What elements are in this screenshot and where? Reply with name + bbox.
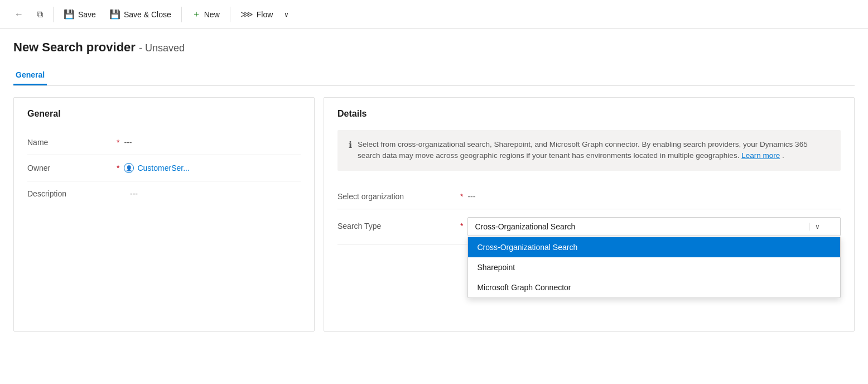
open-window-icon: ⧉ [37, 9, 43, 20]
search-type-dropdown-wrapper: Cross-Organizational Search ∨ Cross-Orga… [467, 217, 841, 236]
flow-label: Flow [257, 10, 273, 19]
search-type-dropdown[interactable]: Cross-Organizational Search ∨ [467, 217, 841, 236]
separator2 [181, 7, 182, 22]
select-organization-value[interactable]: --- [467, 192, 475, 201]
general-card: General Name * --- Owner * 👤 CustomerSer… [13, 97, 315, 332]
page-title: New Search provider - Unsaved [13, 40, 855, 55]
save-label: Save [78, 10, 96, 19]
learn-more-link[interactable]: Learn more [741, 151, 780, 160]
back-button[interactable]: ← [9, 6, 29, 23]
unsaved-label: - Unsaved [139, 42, 185, 54]
owner-field-row: Owner * 👤 CustomerSer... [27, 155, 301, 181]
flow-button[interactable]: ⋙ Flow [235, 6, 279, 23]
general-card-title: General [27, 109, 301, 119]
select-org-required: * [460, 192, 463, 201]
save-close-icon: 💾 [109, 9, 120, 20]
info-box: ℹ Select from cross-organizational searc… [337, 130, 841, 171]
search-type-field-row: Search Type * Cross-Organizational Searc… [337, 209, 841, 244]
info-icon: ℹ [349, 140, 352, 150]
name-label: Name [27, 138, 117, 147]
new-button[interactable]: ＋ New [186, 5, 225, 23]
select-organization-label: Select organization [337, 192, 460, 201]
name-field-row: Name * --- [27, 130, 301, 155]
dropdown-option-ms-graph[interactable]: Microsoft Graph Connector [468, 277, 840, 297]
save-icon: 💾 [64, 9, 75, 20]
flow-chevron-button[interactable]: ∨ [281, 7, 292, 22]
name-value[interactable]: --- [124, 138, 132, 147]
separator [53, 7, 54, 22]
description-field-row: Description --- [27, 181, 301, 206]
select-organization-field-row: Select organization * --- [337, 184, 841, 209]
chevron-icon: ∨ [284, 11, 289, 18]
search-type-dropdown-menu: Cross-Organizational Search Sharepoint M… [467, 237, 841, 298]
save-button[interactable]: 💾 Save [58, 6, 102, 23]
flow-icon: ⋙ [240, 9, 253, 20]
details-card: Details ℹ Select from cross-organization… [324, 97, 855, 332]
dropdown-chevron-icon: ∨ [809, 223, 820, 231]
search-type-required: * [460, 217, 463, 231]
back-icon: ← [15, 9, 23, 20]
owner-person-icon: 👤 [124, 163, 134, 173]
search-type-label: Search Type [337, 217, 460, 231]
save-close-button[interactable]: 💾 Save & Close [104, 6, 177, 23]
toolbar: ← ⧉ 💾 Save 💾 Save & Close ＋ New ⋙ Flow ∨ [0, 0, 868, 29]
name-required: * [117, 138, 119, 147]
separator3 [230, 7, 230, 22]
page-title-text: New Search provider [13, 40, 136, 54]
new-label: New [204, 10, 220, 19]
owner-required: * [117, 164, 119, 172]
open-new-window-button[interactable]: ⧉ [31, 6, 49, 23]
description-label: Description [27, 189, 117, 198]
save-close-label: Save & Close [124, 10, 171, 19]
search-type-dropdown-container: Cross-Organizational Search ∨ Cross-Orga… [467, 217, 841, 236]
tab-general[interactable]: General [13, 66, 47, 85]
details-card-title: Details [337, 109, 841, 119]
info-text: Select from cross-organizational search,… [358, 139, 830, 162]
dropdown-option-cross-org[interactable]: Cross-Organizational Search [468, 237, 840, 257]
dropdown-option-sharepoint[interactable]: Sharepoint [468, 257, 840, 277]
new-icon: ＋ [192, 8, 201, 20]
search-type-selected-value: Cross-Organizational Search [475, 222, 575, 231]
main-layout: General Name * --- Owner * 👤 CustomerSer… [13, 97, 855, 332]
page-content: New Search provider - Unsaved General Ge… [0, 29, 868, 343]
owner-label: Owner [27, 164, 117, 172]
owner-value[interactable]: 👤 CustomerSer... [124, 163, 189, 173]
description-value[interactable]: --- [130, 189, 138, 198]
tabs: General [13, 66, 855, 86]
